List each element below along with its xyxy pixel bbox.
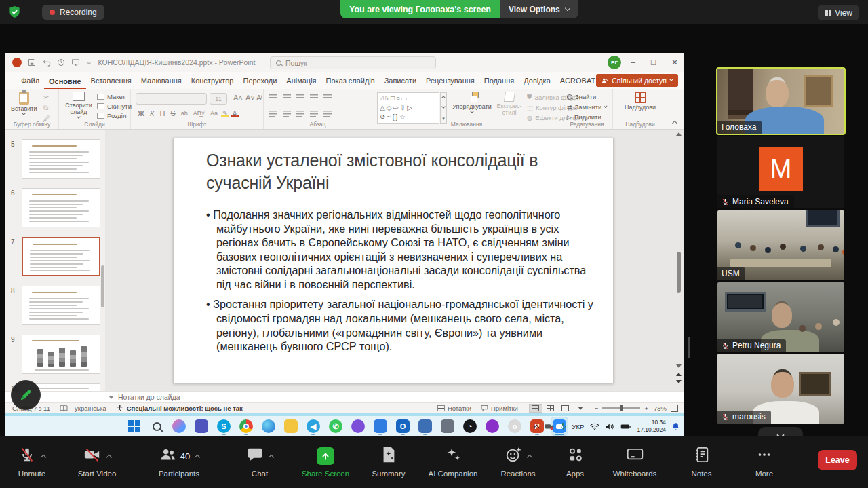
shapes-gallery-scroll[interactable]: ▾ bbox=[440, 92, 447, 124]
notes-button[interactable]: Нотатки bbox=[437, 405, 471, 412]
apps-button[interactable]: Apps bbox=[549, 446, 601, 478]
addins-button[interactable]: Надбудови bbox=[624, 92, 656, 111]
language-switcher[interactable]: УКР bbox=[572, 423, 585, 430]
slide-thumbnail-9[interactable] bbox=[22, 335, 100, 374]
minimize-button[interactable]: – bbox=[631, 58, 635, 67]
strikethrough-button[interactable]: S bbox=[168, 109, 177, 117]
align-right-button[interactable] bbox=[296, 110, 304, 117]
zoom-slider-knob[interactable] bbox=[620, 405, 623, 411]
media-app-icon[interactable] bbox=[484, 417, 500, 435]
line-spacing-button[interactable] bbox=[323, 94, 332, 100]
thumbnails-scrollbar[interactable] bbox=[100, 130, 105, 391]
redo-clock-icon[interactable] bbox=[57, 58, 65, 67]
participant-tile-usm[interactable]: USM bbox=[717, 210, 844, 280]
chat-button[interactable]: Chat bbox=[226, 446, 293, 478]
chrome-icon[interactable] bbox=[238, 417, 254, 435]
menu-tab-рецензування[interactable]: Рецензування bbox=[421, 74, 479, 89]
edge-icon[interactable] bbox=[260, 417, 277, 435]
summary-button[interactable]: Summary bbox=[358, 446, 419, 478]
layout-button[interactable]: Макет bbox=[97, 93, 132, 100]
highlight-color-button[interactable]: ✎ bbox=[221, 110, 229, 117]
scroll-up-icon[interactable] bbox=[676, 132, 682, 136]
whiteboards-button[interactable]: Whiteboards bbox=[601, 446, 669, 478]
menu-tab-файл[interactable]: Файл bbox=[16, 74, 44, 89]
skype-icon[interactable]: S bbox=[216, 417, 232, 435]
zoom-in-button[interactable]: + bbox=[644, 405, 648, 412]
more-button[interactable]: More bbox=[734, 446, 794, 478]
slide-thumbnail-5[interactable] bbox=[22, 139, 100, 179]
copilot-icon[interactable] bbox=[171, 417, 187, 435]
menu-tab-acrobat[interactable]: ACROBAT bbox=[555, 74, 600, 89]
search-icon[interactable] bbox=[149, 417, 165, 435]
camera-in-use-icon[interactable] bbox=[545, 422, 554, 430]
save-app-icon[interactable] bbox=[417, 417, 433, 435]
next-slide-icon[interactable] bbox=[676, 380, 682, 383]
annotation-pencil-tool[interactable] bbox=[11, 380, 41, 410]
account-avatar[interactable]: ЕГ bbox=[608, 56, 621, 69]
notification-bell-icon[interactable] bbox=[672, 422, 679, 430]
reset-button[interactable]: Скинути bbox=[97, 102, 132, 110]
select-button[interactable]: ▷Виділити bbox=[567, 113, 607, 121]
badge-app-icon[interactable]: o bbox=[507, 417, 523, 435]
spellcheck-book-icon[interactable] bbox=[60, 405, 68, 412]
powerpoint-logo-icon[interactable] bbox=[12, 58, 22, 67]
notes-button[interactable]: Notes bbox=[669, 446, 734, 478]
ppt-search-box[interactable]: Пошук bbox=[270, 56, 436, 69]
menu-tab-подання[interactable]: Подання bbox=[479, 74, 519, 89]
justify-button[interactable] bbox=[310, 110, 318, 117]
decrease-indent-button[interactable] bbox=[296, 94, 304, 100]
menu-tab-довідка[interactable]: Довідка bbox=[519, 74, 555, 89]
numbering-button[interactable] bbox=[283, 94, 291, 100]
underline-button[interactable]: П bbox=[157, 109, 167, 117]
menu-tab-показ-слайдів[interactable]: Показ слайдів bbox=[321, 74, 380, 89]
menu-tab-переходи[interactable]: Переходи bbox=[238, 74, 281, 89]
menu-tab-анімація[interactable]: Анімація bbox=[281, 74, 321, 89]
clipboard-small-buttons[interactable]: ✂⧉🖉 bbox=[43, 94, 50, 122]
accessibility-status[interactable]: Спеціальні можливості: щось не так bbox=[127, 405, 243, 412]
slide-body[interactable]: • Подолання значних регіональних відмінн… bbox=[206, 208, 596, 360]
view-button[interactable]: View bbox=[818, 5, 859, 20]
menu-tab-записати[interactable]: Записати bbox=[380, 74, 421, 89]
bullets-button[interactable] bbox=[269, 94, 277, 100]
clear-format-button[interactable]: A̸ bbox=[254, 94, 263, 102]
speedtest-icon[interactable]: ◔ bbox=[462, 417, 478, 435]
grow-font-button[interactable]: A˄ bbox=[231, 94, 245, 102]
start-slideshow-icon[interactable] bbox=[71, 58, 80, 67]
scroll-down-icon[interactable] bbox=[676, 364, 682, 368]
find-button[interactable]: Знайти bbox=[567, 93, 607, 100]
section-button[interactable]: Розділ bbox=[97, 112, 132, 119]
slideshow-view-button[interactable] bbox=[574, 404, 587, 413]
telegram-icon[interactable]: ◀ bbox=[305, 417, 321, 435]
canvas-scrollbar[interactable] bbox=[675, 131, 682, 388]
previous-slide-icon[interactable] bbox=[676, 373, 682, 376]
participants-button[interactable]: 40Participants bbox=[132, 446, 226, 478]
chevron-up-icon[interactable] bbox=[269, 454, 274, 459]
taskbar-clock[interactable]: 10:3417.10.2024 bbox=[637, 419, 666, 433]
align-left-button[interactable] bbox=[269, 110, 277, 117]
font-size-input[interactable]: 11 bbox=[210, 93, 227, 105]
outlook-icon[interactable]: O bbox=[395, 417, 411, 435]
whatsapp-icon[interactable]: ✆ bbox=[328, 417, 344, 435]
teams-icon[interactable] bbox=[193, 417, 210, 435]
comments-button[interactable]: Примітки bbox=[481, 405, 518, 412]
new-slide-button[interactable]: Створити слайд bbox=[63, 92, 94, 118]
language-indicator[interactable]: українська bbox=[75, 405, 106, 412]
panel-resize-handle[interactable] bbox=[688, 337, 690, 358]
wifi-icon[interactable] bbox=[590, 423, 599, 430]
participant-tile-marousis[interactable]: marousis bbox=[717, 354, 844, 424]
slide-thumbnail-8[interactable] bbox=[22, 286, 100, 325]
start-icon[interactable] bbox=[126, 417, 142, 435]
font-color-button[interactable]: А bbox=[231, 110, 239, 117]
chevron-up-icon[interactable] bbox=[527, 454, 532, 459]
columns-button[interactable] bbox=[323, 110, 332, 117]
reading-view-button[interactable] bbox=[559, 404, 572, 413]
zoom-slider[interactable] bbox=[602, 407, 640, 409]
font-name-input[interactable] bbox=[136, 93, 207, 105]
reactions-button[interactable]: Reactions bbox=[487, 446, 549, 478]
ppt-share-button[interactable]: Спільний доступ bbox=[596, 74, 678, 87]
unmute-button[interactable]: Unmute bbox=[1, 446, 62, 478]
bold-button[interactable]: Ж bbox=[136, 109, 146, 117]
current-slide[interactable]: Ознаки усталеної змістовної консолідації… bbox=[173, 138, 614, 383]
ai-companion-button[interactable]: AI Companion bbox=[419, 446, 487, 478]
battery-icon[interactable] bbox=[620, 424, 631, 430]
